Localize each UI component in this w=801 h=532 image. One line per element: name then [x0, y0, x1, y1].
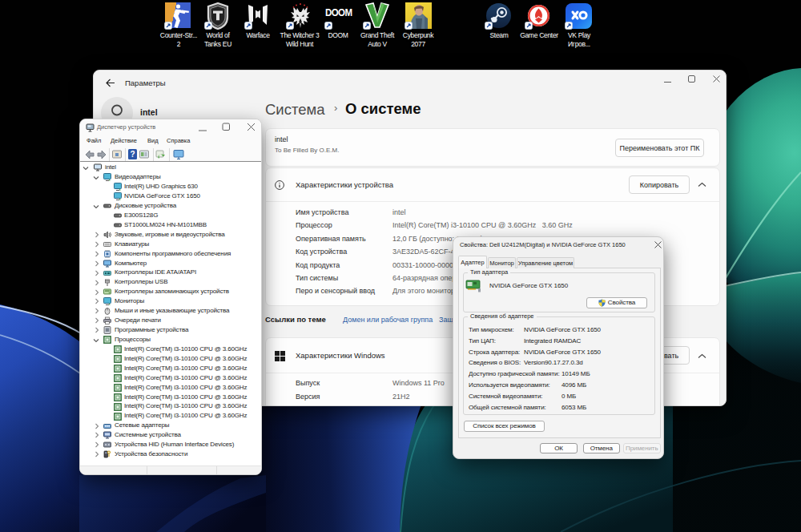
svg-text:?: ? [130, 150, 135, 159]
